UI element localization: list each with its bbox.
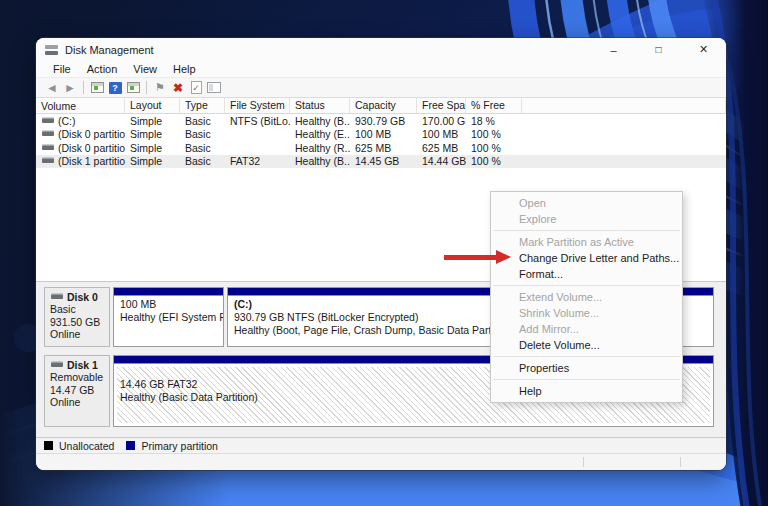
column-header-status[interactable]: Status (290, 98, 350, 113)
menu-item-add-mirror[interactable]: Add Mirror... (491, 321, 682, 337)
column-header-layout[interactable]: Layout (125, 98, 180, 113)
disk-icon (51, 363, 63, 367)
delete-icon: ✖ (173, 81, 183, 95)
delete-volume-button[interactable]: ✖ (169, 80, 187, 96)
menu-item-open[interactable]: Open (491, 195, 682, 211)
disk-0-header[interactable]: Disk 0 Basic 931.50 GB Online (44, 287, 110, 347)
menu-action[interactable]: Action (79, 61, 126, 77)
legend-label-unallocated: Unallocated (59, 440, 114, 452)
menu-item-explore[interactable]: Explore (491, 211, 682, 227)
volume-icon (42, 146, 54, 150)
app-icon (45, 45, 58, 55)
back-icon: ◄ (46, 82, 58, 94)
table-row[interactable]: (Disk 0 partition 1) Simple Basic Health… (36, 128, 726, 142)
console-window-icon (91, 82, 104, 93)
column-header-type[interactable]: Type (180, 98, 225, 113)
status-bar (36, 453, 726, 470)
check-document-icon: ✓ (191, 81, 202, 94)
volume-icon (42, 159, 54, 163)
action-pane-button[interactable] (124, 80, 142, 96)
properties-panel-icon (207, 82, 221, 93)
menu-separator (493, 379, 680, 380)
menu-bar: File Action View Help (36, 61, 726, 78)
toolbar: ◄ ► ? ⚑ ✖ ✓ (36, 78, 726, 98)
legend-bar: Unallocated Primary partition (36, 437, 726, 453)
primary-partition-swatch (126, 441, 135, 450)
menu-item-extend-volume[interactable]: Extend Volume... (491, 289, 682, 305)
unallocated-swatch (44, 441, 53, 450)
volume-list-header: Volume Layout Type File System Status Ca… (36, 98, 726, 114)
legend-label-primary: Primary partition (141, 440, 217, 452)
column-header-volume[interactable]: Volume (36, 98, 125, 113)
forward-button[interactable]: ► (61, 80, 79, 96)
back-button[interactable]: ◄ (43, 80, 61, 96)
disk-icon (51, 295, 63, 299)
toolbar-separator (146, 81, 147, 94)
maximize-button[interactable]: □ (636, 38, 681, 61)
menu-item-shrink-volume[interactable]: Shrink Volume... (491, 305, 682, 321)
flag-icon: ⚑ (155, 81, 165, 94)
volume-icon (42, 119, 54, 123)
annotation-arrow (444, 250, 511, 264)
minimize-button[interactable]: – (591, 38, 636, 61)
title-bar: Disk Management – □ ✕ (36, 38, 726, 61)
menu-item-properties[interactable]: Properties (491, 360, 682, 376)
primary-partition-band (114, 288, 223, 296)
menu-item-change-drive-letter[interactable]: Change Drive Letter and Paths... (491, 250, 682, 266)
action-pane-icon (127, 82, 140, 93)
volume-icon (42, 132, 54, 136)
volume-context-menu: Open Explore Mark Partition as Active Ch… (490, 191, 683, 403)
menu-help[interactable]: Help (165, 61, 204, 77)
window-title: Disk Management (65, 44, 154, 56)
properties-button[interactable] (205, 80, 223, 96)
forward-icon: ► (64, 82, 76, 94)
menu-item-help[interactable]: Help (491, 383, 682, 399)
toolbar-separator (83, 81, 84, 94)
status-separator (583, 457, 584, 467)
menu-file[interactable]: File (45, 61, 79, 77)
help-icon: ? (109, 82, 122, 94)
menu-item-mark-partition-active[interactable]: Mark Partition as Active (491, 234, 682, 250)
menu-separator (493, 230, 680, 231)
menu-view[interactable]: View (125, 61, 165, 77)
help-button[interactable]: ? (106, 80, 124, 96)
status-separator (680, 457, 681, 467)
format-button[interactable]: ✓ (187, 80, 205, 96)
menu-item-delete-volume[interactable]: Delete Volume... (491, 337, 682, 353)
column-header-capacity[interactable]: Capacity (350, 98, 417, 113)
menu-separator (493, 356, 680, 357)
menu-separator (493, 285, 680, 286)
column-header-free-space[interactable]: Free Spa... (417, 98, 466, 113)
table-row[interactable]: (C:) Simple Basic NTFS (BitLo... Healthy… (36, 114, 726, 128)
menu-item-format[interactable]: Format... (491, 266, 682, 282)
column-header-blank (522, 98, 726, 113)
column-header-pct-free[interactable]: % Free (466, 98, 522, 113)
disk-1-header[interactable]: Disk 1 Removable 14.47 GB Online (44, 355, 110, 427)
close-button[interactable]: ✕ (681, 38, 726, 61)
arrow-tail (444, 255, 496, 260)
attach-vhd-button[interactable]: ⚑ (151, 80, 169, 96)
partition-efi[interactable]: 100 MB Healthy (EFI System Partiti (113, 287, 224, 347)
table-row[interactable]: (Disk 0 partition 4) Simple Basic Health… (36, 141, 726, 155)
arrow-head-icon (496, 250, 511, 264)
table-row-selected[interactable]: (Disk 1 partition 1) Simple Basic FAT32 … (36, 155, 726, 169)
column-header-file-system[interactable]: File System (225, 98, 290, 113)
console-tree-button[interactable] (88, 80, 106, 96)
